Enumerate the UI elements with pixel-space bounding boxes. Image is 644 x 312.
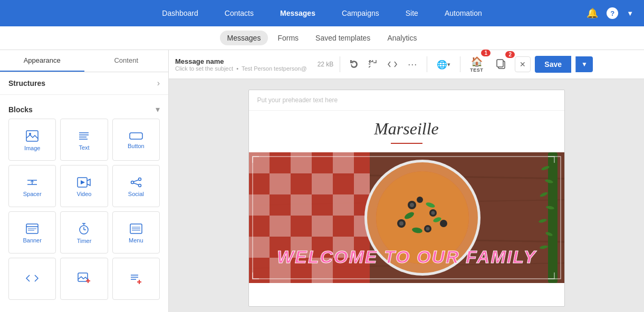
preheader-text[interactable]: Put your preheader text here [249, 90, 564, 111]
svg-rect-51 [333, 152, 354, 173]
email-container: Put your preheader text here Marseille [248, 90, 565, 307]
pizza-image-block[interactable]: WELCOME TO OUR FAMILY [249, 152, 564, 283]
block-social[interactable]: Social [112, 165, 160, 207]
svg-rect-49 [249, 152, 270, 173]
block-text-plus[interactable] [112, 258, 160, 300]
svg-point-16 [138, 184, 141, 187]
block-video-label: Video [77, 191, 92, 197]
blocks-header: Blocks ▾ [8, 99, 160, 119]
svg-point-73 [431, 211, 435, 215]
svg-point-77 [426, 227, 429, 231]
more-options-button[interactable]: ··· [405, 57, 420, 72]
image-block-icon [26, 130, 39, 142]
svg-rect-84 [548, 152, 558, 283]
blocks-collapse-icon[interactable]: ▾ [156, 104, 160, 114]
banner-block-icon [26, 223, 39, 234]
subnav-saved-templates[interactable]: Saved templates [308, 31, 378, 45]
undo-button[interactable] [347, 58, 361, 71]
duplicate-button[interactable] [493, 55, 511, 73]
title-underline [391, 143, 422, 144]
block-menu[interactable]: Menu [112, 211, 160, 253]
nav-item-dashboard[interactable]: Dashboard [157, 6, 204, 21]
canvas-area: Put your preheader text here Marseille [169, 79, 644, 312]
svg-rect-58 [270, 216, 291, 237]
nav-item-messages[interactable]: Messages [275, 6, 321, 21]
nav-item-automation[interactable]: Automation [439, 6, 487, 21]
svg-point-15 [138, 178, 141, 181]
block-banner[interactable]: Banner [8, 211, 56, 253]
block-menu-label: Menu [129, 237, 143, 243]
divider-1 [340, 56, 340, 72]
structures-section-header[interactable]: Structures › [0, 72, 168, 95]
block-image-plus[interactable] [60, 258, 108, 300]
close-button[interactable]: ✕ [515, 56, 531, 72]
test-house-icon: 🏠 [471, 56, 483, 67]
block-spacer-label: Spacer [23, 191, 42, 197]
main-layout: Appearance Content Structures › Blocks ▾… [0, 50, 644, 312]
block-image-label: Image [24, 145, 41, 151]
block-button[interactable]: Button [112, 119, 160, 161]
nav-item-contacts[interactable]: Contacts [219, 6, 259, 21]
recipient-info: Test Person testperson@ [242, 65, 307, 72]
nav-item-site[interactable]: Site [400, 6, 424, 21]
help-icon[interactable]: ? [607, 7, 618, 19]
block-video[interactable]: Video [60, 165, 108, 207]
block-code[interactable] [8, 258, 56, 300]
text-plus-block-icon [130, 272, 142, 284]
save-button[interactable]: Save [535, 56, 571, 73]
redo-button[interactable] [366, 58, 380, 71]
image-plus-block-icon [78, 272, 90, 284]
text-block-icon [78, 131, 90, 141]
message-name[interactable]: Message name [175, 57, 307, 65]
svg-point-79 [440, 220, 447, 227]
svg-rect-61 [249, 237, 270, 258]
svg-rect-52 [270, 173, 291, 194]
subnav-analytics[interactable]: Analytics [380, 31, 424, 45]
message-subject: Click to set the subject • Test Person t… [175, 65, 307, 72]
code-view-button[interactable] [385, 58, 400, 70]
block-text[interactable]: Text [60, 119, 108, 161]
sub-navigation: Messages Forms Saved templates Analytics [0, 26, 644, 50]
subnav-messages[interactable]: Messages [220, 31, 268, 45]
file-size: 22 kB [318, 61, 334, 68]
svg-rect-57 [333, 194, 354, 216]
blocks-title: Blocks [8, 105, 33, 114]
nav-item-campaigns[interactable]: Campaigns [337, 6, 385, 21]
toolbar: Message name Click to set the subject • … [169, 50, 644, 79]
block-spacer[interactable]: Spacer [8, 165, 56, 207]
svg-point-71 [410, 203, 414, 207]
svg-marker-13 [81, 180, 85, 184]
subnav-forms[interactable]: Forms [270, 31, 306, 45]
email-title: Marseille [249, 111, 564, 143]
test-badge-2: 2 [505, 51, 515, 58]
svg-rect-53 [312, 173, 333, 194]
left-tabs: Appearance Content [0, 50, 168, 72]
svg-rect-56 [291, 194, 312, 216]
tab-appearance[interactable]: Appearance [0, 50, 84, 72]
divider-3 [460, 56, 460, 72]
block-text-label: Text [79, 144, 89, 151]
svg-rect-54 [354, 173, 370, 194]
tab-content[interactable]: Content [84, 50, 169, 72]
structures-arrow-icon: › [157, 79, 160, 88]
block-image[interactable]: Image [8, 119, 56, 161]
menu-block-icon [130, 223, 142, 234]
left-panel: Appearance Content Structures › Blocks ▾… [0, 50, 169, 312]
account-dropdown-icon[interactable]: ▼ [627, 9, 633, 17]
top-navigation: Dashboard Contacts Messages Campaigns Si… [0, 0, 644, 26]
copy-button-wrap: 2 [493, 55, 511, 73]
test-button[interactable]: 🏠 TEST [467, 54, 486, 75]
bell-icon[interactable]: 🔔 [587, 7, 598, 19]
block-timer-label: Timer [77, 238, 92, 244]
right-content: Message name Click to set the subject • … [169, 50, 644, 312]
svg-line-18 [133, 183, 139, 185]
blocks-grid: Image Text Button [8, 119, 160, 253]
language-button[interactable]: 🌐▾ [434, 57, 454, 72]
test-button-wrap: 1 🏠 TEST [467, 54, 486, 75]
svg-rect-50 [291, 152, 312, 173]
svg-rect-6 [130, 133, 142, 139]
structures-title: Structures [8, 79, 45, 87]
blocks-section: Blocks ▾ Image Text [0, 95, 168, 304]
save-dropdown-button[interactable]: ▼ [575, 56, 593, 72]
block-timer[interactable]: Timer [60, 211, 108, 253]
